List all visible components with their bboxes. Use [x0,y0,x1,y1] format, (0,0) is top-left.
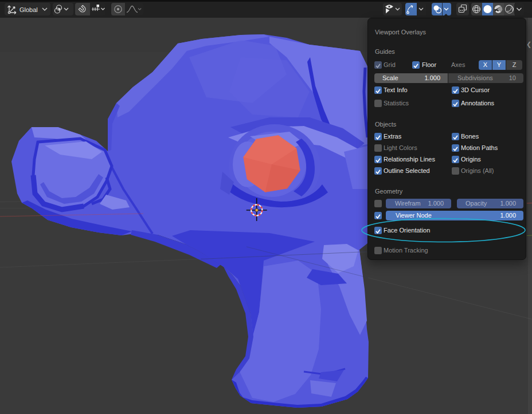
svg-text:Global: Global [19,6,38,13]
svg-text:❮: ❮ [526,41,531,48]
